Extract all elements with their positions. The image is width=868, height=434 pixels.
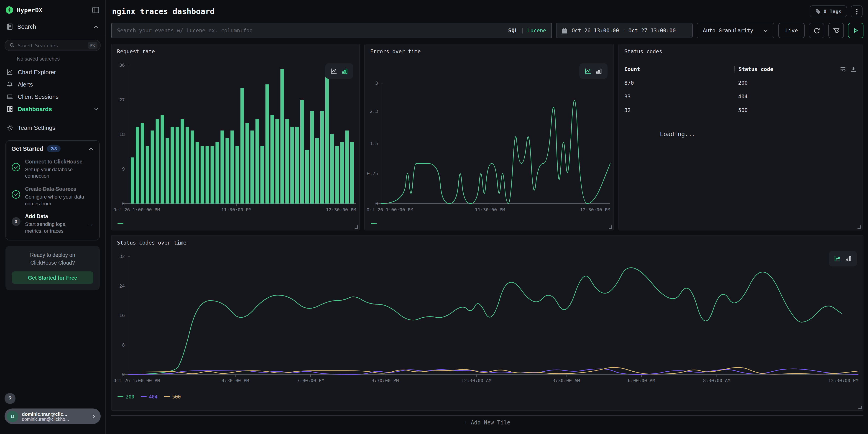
download-icon[interactable] xyxy=(850,66,857,72)
chart-legend xyxy=(371,223,377,224)
get-started-item[interactable]: 3Add DataStart sending logs, metrics, or… xyxy=(11,213,94,234)
wrap-rows-icon[interactable] xyxy=(840,66,846,72)
filter-bar: Search your events w/ Lucene ex. column:… xyxy=(111,23,863,38)
get-started-item[interactable]: Connect to ClickHouseSet up your databas… xyxy=(11,158,94,179)
sidebar-search-label: Search xyxy=(17,23,89,30)
event-search-input[interactable]: Search your events w/ Lucene ex. column:… xyxy=(111,23,552,38)
legend-item-200[interactable]: 200 xyxy=(118,394,134,399)
chevron-up-icon xyxy=(88,146,94,151)
chevron-right-icon xyxy=(91,414,96,419)
get-started-item-title: Add Data xyxy=(25,213,83,220)
cell-status-code: 500 xyxy=(738,107,857,114)
sidebar-item-client-sessions[interactable]: Client Sessions xyxy=(0,91,105,103)
get-started-item-title: Create Data Sources xyxy=(25,186,94,193)
toggle-line-icon-active[interactable] xyxy=(833,254,842,263)
tags-button[interactable]: 0 Tags xyxy=(810,5,847,17)
toggle-bar-icon[interactable] xyxy=(844,254,853,263)
sidebar-item-dashboards[interactable]: Dashboards xyxy=(0,103,105,115)
panel-resize-handle[interactable] xyxy=(609,225,612,228)
avatar: D xyxy=(7,410,18,422)
cell-count: 870 xyxy=(624,80,738,86)
date-range-picker[interactable]: Oct 26 13:00:00 - Oct 27 13:00:00 xyxy=(556,23,693,38)
get-started-item[interactable]: Create Data SourcesConfigure where your … xyxy=(11,186,94,207)
toggle-bar-icon[interactable] xyxy=(594,66,603,75)
cell-status-code: 404 xyxy=(738,93,857,100)
table-row[interactable]: 32500 xyxy=(624,103,857,117)
panel-resize-handle[interactable] xyxy=(859,406,862,409)
get-started-header[interactable]: Get Started 2/3 xyxy=(11,145,94,152)
arrow-right-icon: → xyxy=(88,220,94,227)
toggle-line-icon-active[interactable] xyxy=(583,66,592,75)
panel-resize-handle[interactable] xyxy=(858,225,861,228)
sidebar-item-team-settings[interactable]: Team Settings xyxy=(0,122,105,134)
toggle-bar-icon-active[interactable] xyxy=(340,66,349,75)
deploy-card: Ready to deploy on ClickHouse Cloud? Get… xyxy=(5,246,100,290)
legend-item[interactable] xyxy=(371,223,377,224)
toggle-line-icon[interactable] xyxy=(329,66,338,75)
main-content: nginx traces dashboard 0 Tags S xyxy=(106,0,868,434)
add-new-tile-button[interactable]: + Add New Tile xyxy=(111,415,863,426)
hyperdx-logo-icon xyxy=(5,6,13,14)
filter-funnel-icon xyxy=(833,27,840,34)
sidebar-item-alerts[interactable]: Alerts xyxy=(0,78,105,91)
sidebar-item-chart-explorer[interactable]: Chart Explorer xyxy=(0,66,105,78)
svg-text:32: 32 xyxy=(119,254,125,259)
get-started-item-text: Create Data SourcesConfigure where your … xyxy=(25,186,94,207)
event-search-placeholder: Search your events w/ Lucene ex. column:… xyxy=(117,27,504,34)
svg-text:Oct 26 1:00:00 PM: Oct 26 1:00:00 PM xyxy=(114,207,160,212)
legend-item-404[interactable]: 404 xyxy=(141,394,158,399)
svg-text:3: 3 xyxy=(375,81,378,86)
granularity-select[interactable]: Auto Granularity xyxy=(697,23,774,38)
live-button[interactable]: Live xyxy=(778,23,805,38)
svg-text:12:30:00 PM: 12:30:00 PM xyxy=(580,207,610,212)
language-divider: | xyxy=(521,27,524,34)
user-info: dominic.tran@clic... dominic.tran@clickh… xyxy=(22,411,87,422)
saved-searches-input[interactable]: Saved Searches ⌘K xyxy=(5,40,101,51)
user-menu[interactable]: D dominic.tran@clic... dominic.tran@clic… xyxy=(5,408,101,424)
user-email: dominic.tran@clickho... xyxy=(22,416,87,422)
sidebar-collapse-icon[interactable] xyxy=(92,6,100,14)
refresh-button[interactable] xyxy=(809,23,824,38)
gear-icon xyxy=(6,124,13,131)
legend-label: 500 xyxy=(172,394,181,399)
cell-count: 32 xyxy=(624,107,738,114)
deploy-line2: ClickHouse Cloud? xyxy=(12,259,93,268)
chart-type-toggle xyxy=(829,251,857,267)
svg-text:0: 0 xyxy=(375,201,378,206)
legend-label: 404 xyxy=(149,394,158,399)
sidebar-section-search[interactable]: Search xyxy=(0,19,105,35)
help-button[interactable]: ? xyxy=(5,393,16,404)
svg-text:3:30:00 AM: 3:30:00 AM xyxy=(553,378,580,383)
column-header-count[interactable]: Count xyxy=(624,66,738,72)
svg-text:8:30:00 AM: 8:30:00 AM xyxy=(703,378,730,383)
sidebar-nav: Chart ExplorerAlertsClient SessionsDashb… xyxy=(0,66,105,134)
table-row[interactable]: 33404 xyxy=(624,90,857,103)
chart-legend xyxy=(118,223,123,224)
table-row[interactable]: 870200 xyxy=(624,76,857,90)
saved-searches-placeholder: Saved Searches xyxy=(18,42,85,48)
dashboard-menu-button[interactable] xyxy=(851,5,863,17)
step-number-badge: 3 xyxy=(11,213,21,234)
svg-text:12:30:00 PM: 12:30:00 PM xyxy=(828,378,859,383)
lucene-mode-button[interactable]: Lucene xyxy=(527,27,546,34)
column-header-status-code[interactable]: Status code xyxy=(734,66,840,72)
laptop-icon xyxy=(6,93,13,100)
sql-mode-button[interactable]: SQL xyxy=(508,27,518,34)
run-query-button[interactable] xyxy=(848,23,863,38)
svg-text:Oct 26 1:00:00 PM: Oct 26 1:00:00 PM xyxy=(114,378,160,383)
get-started-item-title: Connect to ClickHouse xyxy=(25,158,94,165)
filter-button[interactable] xyxy=(828,23,844,38)
date-range-value: Oct 26 13:00:00 - Oct 27 13:00:00 xyxy=(572,27,676,34)
legend-item[interactable] xyxy=(118,223,123,224)
svg-text:12:30:00 AM: 12:30:00 AM xyxy=(461,378,491,383)
calendar-icon xyxy=(562,28,568,33)
panel-resize-handle[interactable] xyxy=(355,225,358,228)
get-started-item-subtitle: Configure where your data comes from xyxy=(25,193,94,207)
query-language-switch: SQL | Lucene xyxy=(508,27,546,34)
errors-over-time-chart: 00.751.52.33Oct 26 1:00:00 PM11:30:00 PM… xyxy=(365,44,613,230)
app-title: HyperDX xyxy=(17,7,88,13)
legend-item-500[interactable]: 500 xyxy=(164,394,181,399)
get-started-free-button[interactable]: Get Started for Free xyxy=(12,272,93,284)
dashboard-icon xyxy=(6,106,13,113)
dashboard-grid: Request rate 09182736Oct 26 1:00:00 PM11… xyxy=(111,44,863,411)
